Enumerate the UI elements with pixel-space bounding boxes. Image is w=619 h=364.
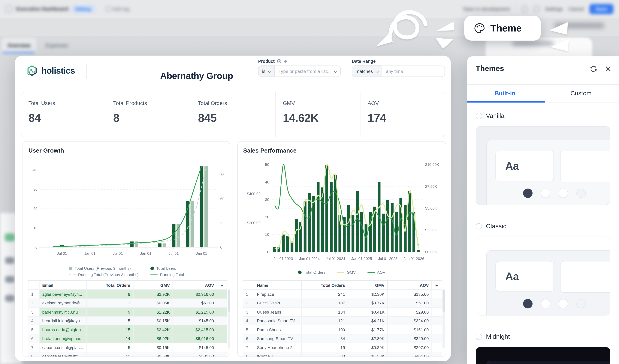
column-header[interactable]: Email — [39, 281, 87, 290]
table-row[interactable]: 4beardall.leigh@kaya...5$0.15K$145.00 — [28, 316, 227, 325]
add-column-button[interactable]: + — [217, 281, 227, 290]
table-row[interactable]: 6Samsung Smart TV84$2.30K$329.00 — [243, 334, 442, 343]
user-avatar[interactable] — [533, 6, 540, 12]
themes-list: VanillaAaClassicAaMidnightAa — [467, 103, 619, 364]
column-header[interactable]: Name — [254, 281, 301, 290]
theme-preview-vanilla[interactable]: Aa — [476, 126, 610, 205]
svg-text:Jan 01 2024: Jan 01 2024 — [299, 256, 320, 261]
radio-button[interactable] — [476, 113, 482, 119]
theme-preview-classic[interactable]: Aa — [476, 237, 610, 315]
theme-tooltip[interactable]: Theme — [464, 16, 541, 41]
preview-panel: Aa — [486, 250, 610, 315]
table-row[interactable]: 4Panasonic Smart TV121$4.21K$324.00 — [243, 316, 442, 325]
product-filter-label: Product — [258, 58, 274, 63]
tab-overview[interactable]: Overview — [1, 38, 36, 54]
table-row[interactable]: 3Guess Jeans134$0.41K$29.00 — [243, 307, 442, 316]
theme-name: Vanilla — [486, 112, 505, 120]
settings-button[interactable]: Settings — [545, 6, 563, 12]
table-row[interactable]: 6brola.florine@vipmai...14$6.92K$6,916.0… — [28, 334, 227, 343]
kpi-card-gmv[interactable]: GMV14.62K — [276, 92, 361, 137]
table-row[interactable]: 5bouras.neda@bigfoo...15$2.42K$2,415.00 — [28, 325, 227, 334]
sidebar-icon — [5, 295, 15, 302]
theme-radio-row[interactable]: Midnight — [476, 333, 610, 341]
screenshot-root: Executive Dashboard Editing Add tag Open… — [0, 0, 619, 364]
column-header[interactable] — [243, 281, 254, 290]
kpi-card-total-orders[interactable]: Total Orders845 — [191, 92, 276, 137]
drill-arrow-icon[interactable] — [277, 58, 281, 63]
legend-item[interactable]: Running Total — [150, 272, 184, 277]
legend-item[interactable]: Total Orders — [298, 270, 325, 274]
legend-item[interactable]: AOV — [368, 270, 385, 274]
add-tag-button[interactable]: Add tag — [105, 6, 129, 12]
product-operator-select[interactable]: is — [258, 66, 275, 77]
table-row[interactable]: 7cabana.cristal@plas...5$0.15K$145.00 — [28, 343, 227, 352]
svg-text:$0.00K: $0.00K — [425, 250, 437, 254]
tab-custom[interactable]: Custom — [543, 85, 619, 102]
holistics-logo[interactable]: holistics — [26, 64, 75, 77]
product-value-input[interactable]: Type or paste from a list... — [275, 66, 341, 77]
table-scrollbar[interactable] — [442, 289, 445, 349]
sales-performance-chart[interactable]: 01020304050$200.00$400.00$0.00K$2.50K$5.… — [238, 157, 446, 270]
date-value-input[interactable]: any time — [382, 66, 445, 77]
palette-icon — [474, 23, 485, 34]
theme-name: Midnight — [486, 333, 510, 340]
legend-item[interactable]: Total Users — [150, 266, 184, 270]
user-growth-table[interactable]: EmailTotal OrdersGMVAOV+1agler.beverley@… — [28, 280, 227, 357]
table-scrollbar[interactable] — [228, 289, 230, 349]
stage: Executive Dashboard Editing Add tag Open… — [0, 0, 619, 364]
link-icon[interactable] — [283, 58, 288, 63]
column-header[interactable]: GMV — [348, 281, 387, 290]
table-row[interactable]: 5Puma Shoes100$1.77K$161.00 — [243, 325, 442, 334]
legend-item[interactable]: Running Total (Previous 3 months) — [69, 272, 139, 277]
sales-table-wrap: NameTotal OrdersGMVAOV+1Fireplace241$2.3… — [243, 280, 443, 356]
column-header[interactable] — [28, 281, 39, 290]
theme-preview-midnight[interactable]: Aa — [476, 347, 610, 364]
user-growth-chart[interactable]: 0102030400255075Jul 01Jan 01Jul 01Jan 01… — [23, 157, 230, 265]
date-operator-select[interactable]: matches — [352, 66, 382, 77]
add-column-button[interactable]: + — [432, 281, 442, 290]
table-row[interactable]: 7Sony Headphone 219$0.89K$297.00 — [243, 343, 442, 352]
kpi-card-aov[interactable]: AOV174 — [361, 92, 445, 137]
column-header[interactable]: GMV — [133, 281, 173, 290]
kpi-card-total-users[interactable]: Total Users84 — [21, 92, 106, 137]
table-row[interactable]: 3bader.misty@c3.hu9$1.22K$1,215.00 — [28, 307, 227, 316]
theme-radio-row[interactable]: Classic — [476, 222, 610, 230]
legend-item[interactable]: Total Users (Previous 3 months) — [69, 266, 139, 270]
dashboard-header: holistics Abernathy Group Product is Typ… — [15, 56, 451, 87]
svg-text:Jan 01: Jan 01 — [140, 251, 151, 256]
column-header[interactable]: Total Orders — [301, 281, 348, 290]
color-dot — [523, 189, 533, 198]
kpi-row: Total Users84Total Products8Total Orders… — [21, 92, 445, 137]
table-row[interactable]: 8iPhone 733$1.33K$404.00 — [243, 352, 442, 357]
column-header[interactable]: AOV — [173, 281, 217, 290]
save-button[interactable]: Save — [589, 4, 614, 14]
notification-icon[interactable] — [521, 6, 528, 12]
svg-text:$400.00: $400.00 — [247, 192, 261, 196]
column-header[interactable]: Total Orders — [87, 281, 133, 290]
column-header[interactable]: AOV — [388, 281, 432, 290]
svg-text:20: 20 — [265, 215, 269, 219]
preview-blank-box — [560, 261, 610, 293]
radio-button[interactable] — [476, 334, 482, 340]
tab-expenses[interactable]: Expenses — [41, 38, 73, 54]
legend-item[interactable]: GMV — [337, 270, 356, 274]
table-row[interactable]: 2Gucci T-shirt107$0.77K$51.00 — [243, 298, 442, 307]
radio-button[interactable] — [476, 223, 482, 229]
table-row[interactable]: 1Fireplace241$2.30K$135.00 — [243, 290, 442, 298]
open-in-development-link[interactable]: Open in development — [463, 6, 510, 12]
chart-title: User Growth — [28, 147, 64, 154]
legend-swatch-icon — [298, 270, 302, 274]
table-row[interactable]: 8cardoza.jean@wint...11$0.58K$581.00 — [28, 352, 227, 357]
date-range-filter-label: Date Range — [352, 58, 376, 63]
close-icon[interactable] — [605, 66, 611, 72]
cancel-button[interactable]: Cancel — [568, 6, 584, 12]
table-row[interactable]: 1agler.beverley@syri...9$2.92K$2,916.00 — [28, 290, 227, 298]
tab-built-in[interactable]: Built-in — [467, 85, 543, 102]
kpi-card-total-products[interactable]: Total Products8 — [106, 92, 191, 137]
theme-radio-row[interactable]: Vanilla — [476, 112, 610, 120]
sales-performance-table[interactable]: NameTotal OrdersGMVAOV+1Fireplace241$2.3… — [243, 280, 442, 357]
refresh-icon[interactable] — [590, 65, 597, 73]
table-row[interactable]: 2axelsen.raymonde@...1$0.05K$51.00 — [28, 298, 227, 307]
svg-text:Jul 01 2025: Jul 01 2025 — [378, 256, 397, 261]
kpi-value: 84 — [28, 111, 106, 124]
